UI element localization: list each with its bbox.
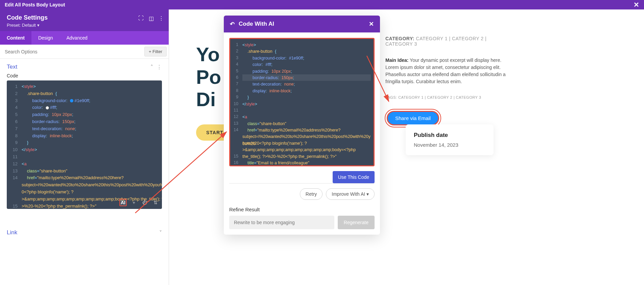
publish-date-card: Publish date November 14, 2023 [406, 124, 494, 155]
improve-with-ai-button[interactable]: Improve With AI ▾ [326, 188, 375, 200]
code-editor[interactable]: 123456789101112131415161718 <style> .sha… [7, 80, 162, 209]
retry-button[interactable]: Retry [300, 188, 323, 200]
window-header: Edit All Posts Body Layout ✕ [0, 0, 644, 9]
sort-icon[interactable]: ⇅ [152, 199, 159, 206]
ai-code-preview[interactable]: 123456789101112131415161718 <style> .sha… [229, 38, 375, 166]
code-field-label: Code [0, 73, 169, 80]
chevron-down-icon[interactable]: ˅ [159, 230, 162, 236]
regenerate-button[interactable]: Regenerate [338, 216, 375, 229]
use-this-code-button[interactable]: Use This Code [333, 171, 375, 183]
tab-design[interactable]: Design [31, 31, 60, 45]
search-row: + Filter [0, 45, 169, 59]
ai-modal-header: ↶ Code With AI ✕ [224, 16, 380, 32]
publish-date: November 14, 2023 [414, 142, 485, 148]
ai-modal-close-icon[interactable]: ✕ [369, 20, 374, 28]
decorative-blob [610, 50, 644, 118]
close-icon[interactable]: ✕ [634, 1, 639, 9]
search-input[interactable] [0, 46, 142, 58]
filter-button[interactable]: + Filter [144, 47, 167, 56]
code-content[interactable]: <style> .share-button { background-color… [22, 83, 159, 209]
section-more-icon[interactable]: ⋮ [157, 64, 162, 70]
main-idea: Main Idea: Your dynamic post excerpt wil… [385, 57, 507, 85]
link-section-title: Link [7, 229, 17, 236]
ai-modal-title: Code With AI [239, 21, 274, 27]
preset-selector[interactable]: Preset: Default ▾ [7, 23, 162, 28]
tab-content[interactable]: Content [0, 31, 31, 45]
publish-label: Publish date [414, 132, 485, 139]
window-title: Edit All Posts Body Layout [5, 2, 65, 7]
ai-button[interactable]: AI [119, 199, 127, 206]
panel-header: Code Settings Preset: Default ▾ ⛶ ◫ ⋮ [0, 9, 169, 31]
text-section-header[interactable]: Text ˄ ⋮ [0, 59, 169, 73]
refine-result-label: Refine Result [229, 207, 375, 212]
more-icon[interactable]: ⋮ [159, 16, 164, 21]
category-line: CATEGORY: CATEGORY 1 | CATEGORY 2 | CATE… [385, 36, 507, 47]
tags-line: TAGS: CATEGORY 1 | CATEGORY 2 | CATEGORY… [385, 95, 507, 99]
tab-advanced[interactable]: Advanced [59, 31, 94, 45]
code-with-ai-modal: ↶ Code With AI ✕ 12345678910111213141516… [224, 16, 380, 235]
settings-tabs: Content Design Advanced [0, 31, 169, 45]
add-icon[interactable]: + [130, 199, 138, 206]
share-via-email-button[interactable]: Share via Email [387, 111, 439, 125]
settings-panel: Code Settings Preset: Default ▾ ⛶ ◫ ⋮ Co… [0, 9, 169, 285]
link-section-header[interactable]: Link ˅ [0, 222, 169, 239]
back-icon[interactable]: ↶ [230, 21, 235, 28]
layout-icon[interactable]: ◫ [148, 16, 154, 21]
collapse-icon[interactable]: ˄ [150, 64, 153, 70]
power-icon[interactable]: ⏻ [141, 199, 148, 206]
post-meta: CATEGORY: CATEGORY 1 | CATEGORY 2 | CATE… [385, 36, 507, 127]
expand-icon[interactable]: ⛶ [138, 16, 144, 21]
text-section-title: Text [7, 64, 17, 70]
refine-input[interactable] [229, 216, 334, 229]
